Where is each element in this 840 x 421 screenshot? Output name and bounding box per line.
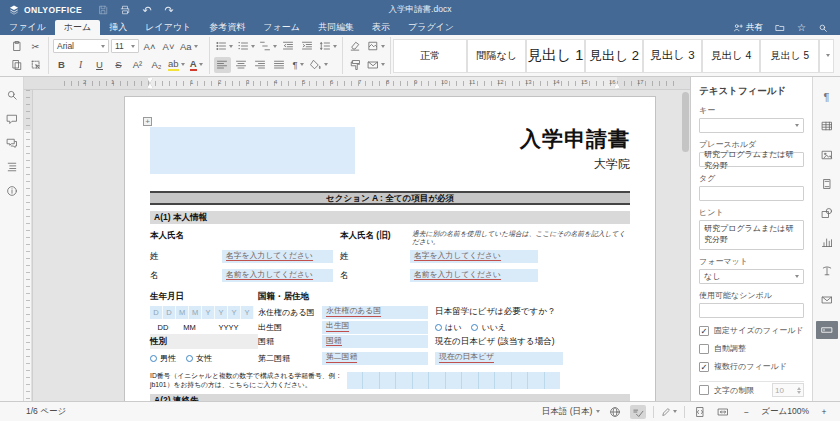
fit-width-button[interactable] [715, 405, 731, 419]
style-gallery-expand-button[interactable] [819, 39, 834, 73]
scrollbar-thumb[interactable] [682, 92, 689, 152]
track-changes-button[interactable] [661, 405, 677, 419]
tip-input[interactable]: 研究プログラムまたは研究分野 [699, 220, 804, 250]
char-limit-checkbox[interactable] [699, 385, 709, 395]
change-case-button[interactable]: Aa [179, 38, 199, 54]
style-heading-3[interactable]: 見出し 3 [643, 39, 702, 73]
subscript-button[interactable]: A₂ [148, 57, 165, 73]
decrease-font-button[interactable]: A˅ [160, 38, 177, 54]
shape-settings-button[interactable] [818, 205, 836, 221]
document-scrollbar[interactable] [682, 92, 689, 399]
increase-indent-button[interactable] [299, 38, 316, 54]
align-left-button[interactable] [214, 57, 231, 73]
increase-font-button[interactable]: A˄ [141, 38, 158, 54]
fit-page-button[interactable] [692, 405, 708, 419]
style-heading-5[interactable]: 見出し 5 [760, 39, 819, 73]
document-page[interactable]: + 入学申請書 大学院 セクション A : 全ての項目が必須 A(1) 本人情報… [125, 97, 655, 401]
given-name-field[interactable]: 名前を入力してください [222, 269, 333, 282]
bold-button[interactable]: B [53, 57, 70, 73]
find-replace-button[interactable] [4, 87, 19, 102]
tab-layout[interactable]: レイアウト [136, 20, 200, 35]
paragraph-settings-button[interactable]: ¶ [818, 89, 836, 105]
nonprinting-characters-button[interactable]: ¶ [290, 57, 307, 73]
placeholder-input[interactable]: 研究プログラムまたは研究分野 [699, 152, 804, 167]
visa-yes-radio[interactable] [435, 324, 442, 331]
form-settings-button[interactable] [816, 321, 838, 339]
style-no-spacing[interactable]: 間隔なし [467, 39, 526, 73]
font-color-button[interactable]: A [188, 57, 205, 73]
tag-input[interactable] [699, 186, 804, 201]
char-limit-spinner[interactable]: 10 [772, 383, 804, 397]
numbered-list-button[interactable] [236, 38, 256, 54]
second-nationality-field[interactable]: 第二国籍 [322, 352, 428, 365]
page-color-button[interactable] [366, 38, 386, 54]
image-settings-button[interactable] [818, 147, 836, 163]
highlight-color-button[interactable]: ab [167, 57, 186, 73]
visa-no-radio[interactable] [471, 324, 478, 331]
tab-forms[interactable]: フォーム [254, 20, 309, 35]
justify-button[interactable] [271, 57, 288, 73]
print-button[interactable] [114, 3, 136, 17]
undo-button[interactable]: ↶ [136, 3, 158, 17]
navigation-button[interactable] [4, 159, 19, 174]
tab-home[interactable]: ホーム [55, 20, 100, 35]
save-button[interactable] [92, 3, 114, 17]
old-given-name-field[interactable]: 名前を入力してください [410, 269, 538, 282]
about-button[interactable] [4, 183, 19, 198]
font-name-select[interactable]: Arial [53, 39, 109, 53]
search-icon[interactable] [818, 23, 828, 33]
gender-male-radio[interactable] [150, 355, 157, 362]
photo-placeholder-field[interactable] [150, 127, 355, 174]
id-number-field[interactable] [347, 372, 560, 389]
nationality-field[interactable]: 国籍 [322, 335, 428, 348]
autofit-checkbox[interactable] [699, 344, 709, 354]
left-indent-marker[interactable] [147, 83, 153, 88]
mailmerge-settings-button[interactable] [818, 292, 836, 308]
key-select[interactable] [699, 118, 804, 133]
align-center-button[interactable] [233, 57, 250, 73]
mail-merge-button[interactable] [366, 57, 386, 73]
allowed-symbols-input[interactable] [699, 303, 804, 318]
style-heading-2[interactable]: 見出し 2 [585, 39, 644, 73]
open-file-location-icon[interactable] [775, 23, 785, 33]
perm-residence-field[interactable]: 永住権のある国 [322, 306, 428, 319]
font-size-select[interactable]: 11 [111, 39, 139, 53]
decrease-indent-button[interactable] [280, 38, 297, 54]
redo-button[interactable]: ↷ [158, 3, 180, 17]
dob-date-field[interactable]: D D M M Y Y Y Y [150, 306, 254, 319]
chart-settings-button[interactable] [818, 234, 836, 250]
share-button[interactable]: 共有 [733, 22, 763, 34]
style-heading-4[interactable]: 見出し 4 [702, 39, 761, 73]
cut-button[interactable]: ✂ [27, 38, 44, 54]
tab-insert[interactable]: 挿入 [100, 20, 136, 35]
headerfooter-settings-button[interactable] [818, 176, 836, 192]
zoom-level-indicator[interactable]: ズーム100% [761, 406, 809, 418]
select-all-button[interactable] [27, 57, 44, 73]
current-visa-field[interactable]: 現在の日本ビザ [435, 352, 563, 365]
tab-file[interactable]: ファイル [0, 20, 55, 35]
birth-country-field[interactable]: 出生国 [322, 321, 428, 334]
tab-plugins[interactable]: プラグイン [399, 20, 463, 35]
tab-view[interactable]: 表示 [363, 20, 399, 35]
zoom-out-button[interactable]: − [738, 405, 754, 419]
page-number-indicator[interactable]: 1/6 ページ [26, 406, 66, 418]
spell-check-button[interactable] [630, 405, 646, 419]
underline-button[interactable]: U [91, 57, 108, 73]
multilevel-list-button[interactable] [258, 38, 278, 54]
zoom-in-button[interactable]: + [816, 405, 832, 419]
style-heading-1[interactable]: 見出し 1 [526, 39, 585, 73]
gender-female-radio[interactable] [186, 355, 193, 362]
clear-style-button[interactable] [347, 38, 364, 54]
comments-button[interactable] [4, 111, 19, 126]
superscript-button[interactable]: A² [129, 57, 146, 73]
copy-button[interactable] [8, 57, 25, 73]
style-normal[interactable]: 正常 [393, 39, 468, 73]
line-spacing-button[interactable] [318, 38, 338, 54]
copy-style-button[interactable] [347, 57, 364, 73]
tab-collaboration[interactable]: 共同編集 [309, 20, 363, 35]
right-indent-marker[interactable] [614, 83, 620, 88]
paste-button[interactable] [8, 38, 25, 54]
surname-field[interactable]: 名字を入力してください [222, 250, 333, 263]
document-language-select[interactable]: 日本語 (日本) [542, 406, 601, 418]
bullet-list-button[interactable] [214, 38, 234, 54]
